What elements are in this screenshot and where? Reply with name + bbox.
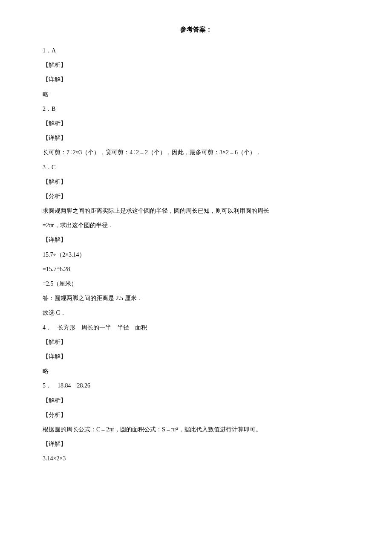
text-line: =2πr，求出这个圆的半径．	[43, 219, 349, 232]
page-title: 参考答案：	[43, 26, 349, 34]
text-line: 根据圆的周长公式：C＝2πr，圆的面积公式：S＝πr²，据此代入数值进行计算即可…	[43, 423, 349, 436]
text-line: 【详解】	[43, 350, 349, 364]
text-line: 【分析】	[43, 190, 349, 203]
text-line: =15.7÷6.28	[43, 263, 349, 276]
text-line: 【详解】	[43, 233, 349, 247]
text-line: 略	[43, 364, 349, 378]
text-line: 【解析】	[43, 394, 349, 408]
text-line: 【解析】	[43, 175, 349, 189]
text-line: 答：圆规两脚之间的距离是 2.5 厘米．	[43, 292, 349, 305]
text-line: 长可剪：7÷2≈3（个），宽可剪：4÷2＝2（个），因此，最多可剪：3×2＝6（…	[43, 146, 349, 159]
text-line: 4． 长方形 周长的一半 半径 面积	[43, 321, 349, 335]
text-line: 2．B	[43, 102, 349, 116]
text-line: 15.7÷（2×3.14）	[43, 248, 349, 262]
text-line: 【详解】	[43, 437, 349, 451]
text-line: 【解析】	[43, 117, 349, 130]
text-line: 求圆规两脚之间的距离实际上是求这个圆的半径，圆的周长已知，则可以利用圆的周长	[43, 204, 349, 218]
text-line: 略	[43, 88, 349, 101]
text-line: 1．A	[43, 44, 349, 58]
text-line: 3．C	[43, 161, 349, 174]
text-line: 故选 C．	[43, 306, 349, 320]
text-line: 【分析】	[43, 408, 349, 422]
text-line: 【详解】	[43, 131, 349, 145]
text-line: =2.5（厘米）	[43, 277, 349, 291]
text-line: 【详解】	[43, 73, 349, 87]
text-line: 5． 18.84 28.26	[43, 379, 349, 393]
text-line: 3.14×2×3	[43, 452, 349, 465]
text-line: 【解析】	[43, 58, 349, 72]
text-line: 【解析】	[43, 335, 349, 349]
